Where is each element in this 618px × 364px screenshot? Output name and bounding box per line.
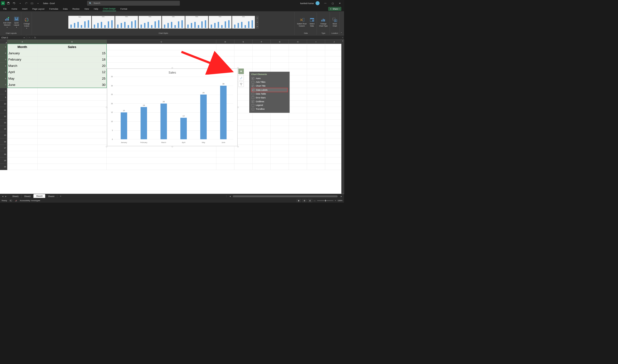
cell-H2[interactable] (289, 50, 307, 56)
sheet-tab-sheet3[interactable]: Sheet3 (33, 194, 45, 198)
cell-B20[interactable] (37, 164, 107, 170)
cell-I1[interactable] (307, 44, 325, 50)
cell-A11[interactable] (7, 107, 37, 113)
cell-I9[interactable] (307, 94, 325, 101)
vertical-scrollbar[interactable]: ▴ (341, 40, 344, 194)
cell-I11[interactable] (307, 107, 325, 113)
redo-icon[interactable] (24, 1, 28, 5)
row-header-18[interactable]: 18 (0, 151, 7, 157)
cell-G17[interactable] (271, 145, 289, 151)
sheet-next-icon[interactable]: ► (5, 195, 7, 197)
checkbox[interactable] (252, 104, 254, 106)
cell-I6[interactable] (307, 75, 325, 81)
row-header-16[interactable]: 16 (0, 138, 7, 145)
cell-C3[interactable] (107, 56, 216, 63)
cell-B17[interactable] (37, 145, 107, 151)
tab-view[interactable]: View (84, 7, 90, 11)
cell-A14[interactable] (7, 126, 37, 132)
col-header-E[interactable]: E (234, 40, 253, 44)
chart-element-data-labels[interactable]: Data Labels (251, 88, 287, 92)
bar[interactable] (161, 104, 167, 139)
cell-B13[interactable] (37, 119, 107, 126)
cell-G14[interactable] (271, 126, 289, 132)
maximize-button[interactable]: ▢ (330, 1, 336, 5)
cell-G19[interactable] (271, 157, 289, 164)
cell-D19[interactable] (216, 157, 234, 164)
cell-C19[interactable] (107, 157, 216, 164)
cell-I20[interactable] (307, 164, 325, 170)
qat-customize-icon[interactable]: ▾ (36, 1, 40, 5)
chart-element-gridlines[interactable]: Gridlines (251, 100, 287, 104)
cell-J10[interactable] (325, 101, 343, 107)
cell-F1[interactable] (253, 44, 271, 50)
tab-page-layout[interactable]: Page Layout (32, 7, 45, 11)
cell-J12[interactable] (325, 113, 343, 119)
cell-A5[interactable]: April (7, 69, 37, 75)
cell-F20[interactable] (253, 164, 271, 170)
cell-J2[interactable] (325, 50, 343, 56)
cancel-formula-icon[interactable]: ✕ (29, 36, 30, 39)
chart-style-7[interactable]: Sales (209, 16, 231, 28)
cell-J8[interactable] (325, 88, 343, 94)
tab-chart-design[interactable]: Chart Design (103, 7, 116, 11)
cell-D4[interactable] (216, 63, 234, 69)
cell-F13[interactable] (253, 119, 271, 126)
chart-element-data-table[interactable]: Data Table (251, 92, 287, 96)
cell-J13[interactable] (325, 119, 343, 126)
chart-element-chart-title[interactable]: Chart Title (251, 84, 287, 88)
cell-A7[interactable]: June (7, 81, 37, 88)
chart-filters-button[interactable] (239, 81, 244, 87)
row-header-7[interactable]: 7 (0, 81, 7, 88)
user-account[interactable]: kamlesh kumar (300, 1, 320, 5)
cell-H16[interactable] (289, 138, 307, 145)
cell-F16[interactable] (253, 138, 271, 145)
style-down-button[interactable]: ▾ (256, 20, 258, 24)
save-icon[interactable] (7, 1, 10, 5)
tab-review[interactable]: Review (72, 7, 80, 11)
bar[interactable] (180, 118, 187, 139)
col-header-D[interactable]: D (216, 40, 234, 44)
page-layout-view-button[interactable]: ▤ (302, 199, 307, 202)
cell-E2[interactable] (234, 50, 253, 56)
cell-J9[interactable] (325, 94, 343, 101)
cell-J14[interactable] (325, 126, 343, 132)
cell-J18[interactable] (325, 151, 343, 157)
cell-B2[interactable]: 15 (37, 50, 107, 56)
cell-B10[interactable] (37, 101, 107, 107)
select-all-corner[interactable] (0, 40, 7, 44)
col-header-J[interactable]: J (325, 40, 343, 44)
cell-H9[interactable] (289, 94, 307, 101)
cell-A20[interactable] (7, 164, 37, 170)
checkbox[interactable] (252, 81, 254, 83)
undo-icon[interactable] (12, 1, 16, 5)
checkbox[interactable] (252, 77, 254, 80)
cell-B8[interactable] (37, 88, 107, 94)
cell-G1[interactable] (271, 44, 289, 50)
accessibility-icon[interactable]: 🦽 (15, 199, 17, 202)
cell-B12[interactable] (37, 113, 107, 119)
cell-J11[interactable] (325, 107, 343, 113)
row-header-6[interactable]: 6 (0, 75, 7, 81)
close-button[interactable]: ✕ (337, 1, 343, 5)
checkbox[interactable] (252, 96, 254, 99)
style-more-button[interactable]: ▾ (256, 24, 258, 28)
cell-H4[interactable] (289, 63, 307, 69)
hscroll-right-icon[interactable]: ► (340, 195, 343, 197)
col-header-C[interactable]: C (107, 40, 216, 44)
cell-F4[interactable] (253, 63, 271, 69)
quick-layout-button[interactable]: Quick Layout ▾ (13, 16, 20, 28)
embedded-chart[interactable]: Sales 05101520253035 151820122530 Januar… (107, 68, 238, 146)
col-header-F[interactable]: F (253, 40, 271, 44)
checkbox[interactable] (252, 93, 254, 95)
cell-F19[interactable] (253, 157, 271, 164)
add-sheet-button[interactable]: + (58, 195, 64, 198)
cell-E19[interactable] (234, 157, 253, 164)
cell-D3[interactable] (216, 56, 234, 63)
macro-record-icon[interactable] (10, 199, 12, 202)
sheet-tab-sheet1[interactable]: Sheet1 (10, 195, 22, 198)
cell-B11[interactable] (37, 107, 107, 113)
cell-E4[interactable] (234, 63, 253, 69)
horizontal-scrollbar[interactable] (233, 195, 337, 197)
cell-C20[interactable] (107, 164, 216, 170)
cell-H12[interactable] (289, 113, 307, 119)
